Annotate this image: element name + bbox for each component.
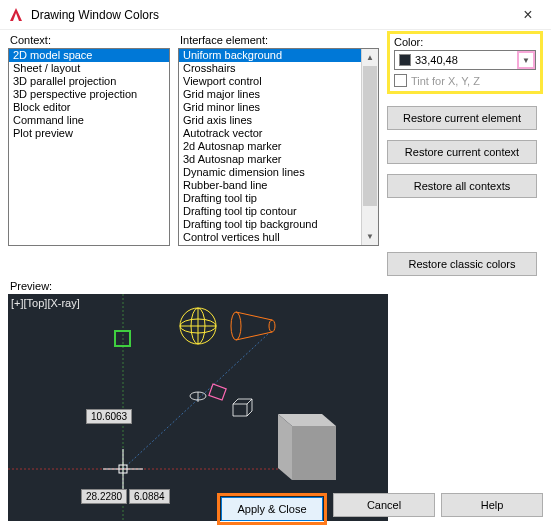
list-item[interactable]: 3D parallel projection [9,75,169,88]
coord-tooltip-2: 28.2280 [81,489,127,504]
coord-tooltip-3: 6.0884 [129,489,170,504]
color-highlight-area: Color: 33,40,48 ▼ Tint for X, Y, Z [387,31,543,94]
app-logo-icon [8,7,24,23]
preview-label: Preview: [10,280,551,292]
list-item[interactable]: Grid axis lines [179,114,378,127]
list-item[interactable]: Grid minor lines [179,101,378,114]
scroll-up-icon[interactable]: ▲ [362,49,378,66]
tint-checkbox[interactable] [394,74,407,87]
svg-line-11 [236,332,272,340]
preview-viewport: [+][Top][X-ray] [8,294,388,521]
svg-line-10 [236,312,272,320]
list-item[interactable]: Drafting tool tip [179,192,378,205]
restore-context-button[interactable]: Restore current context [387,140,537,164]
tint-label: Tint for X, Y, Z [411,75,480,87]
window-title: Drawing Window Colors [31,8,513,22]
apply-close-button[interactable]: Apply & Close [221,497,323,521]
list-item[interactable]: 2D model space [9,49,169,62]
list-item[interactable]: Viewport control [179,75,378,88]
svg-point-9 [269,320,275,332]
svg-point-8 [231,312,241,340]
svg-rect-13 [209,384,226,400]
scroll-down-icon[interactable]: ▼ [362,228,378,245]
svg-marker-18 [292,426,336,480]
list-item[interactable]: Dynamic dimension lines [179,166,378,179]
color-label: Color: [394,36,536,48]
chevron-down-icon[interactable]: ▼ [517,51,535,69]
list-item[interactable]: 3d Autosnap marker [179,153,378,166]
help-button[interactable]: Help [441,493,543,517]
list-item[interactable]: Grid major lines [179,88,378,101]
scrollbar[interactable]: ▲ ▼ [361,49,378,245]
apply-highlight: Apply & Close [217,493,327,525]
list-item[interactable]: Control vertices hull [179,231,378,244]
close-icon[interactable]: × [513,6,543,24]
list-item[interactable]: Crosshairs [179,62,378,75]
restore-classic-button[interactable]: Restore classic colors [387,252,537,276]
color-swatch [399,54,411,66]
list-item[interactable]: Block editor [9,101,169,114]
list-item[interactable]: Drafting tool tip contour [179,205,378,218]
list-item[interactable]: Plot preview [9,127,169,140]
list-item[interactable]: Drafting tool tip background [179,218,378,231]
list-item[interactable]: Command line [9,114,169,127]
cancel-button[interactable]: Cancel [333,493,435,517]
color-value: 33,40,48 [415,54,517,66]
restore-all-button[interactable]: Restore all contexts [387,174,537,198]
list-item[interactable]: Uniform background [179,49,378,62]
interface-listbox[interactable]: Uniform backgroundCrosshairsViewport con… [178,48,379,246]
scroll-thumb[interactable] [363,66,377,206]
list-item[interactable]: Autotrack vector [179,127,378,140]
list-item[interactable]: Sheet / layout [9,62,169,75]
restore-element-button[interactable]: Restore current element [387,106,537,130]
color-dropdown[interactable]: 33,40,48 ▼ [394,50,536,70]
svg-line-1 [123,334,268,469]
context-listbox[interactable]: 2D model spaceSheet / layout3D parallel … [8,48,170,246]
list-item[interactable]: 3D perspective projection [9,88,169,101]
list-item[interactable]: Rubber-band line [179,179,378,192]
context-label: Context: [8,34,170,46]
interface-label: Interface element: [178,34,379,46]
list-item[interactable]: 2d Autosnap marker [179,140,378,153]
coord-tooltip-1: 10.6063 [86,409,132,424]
